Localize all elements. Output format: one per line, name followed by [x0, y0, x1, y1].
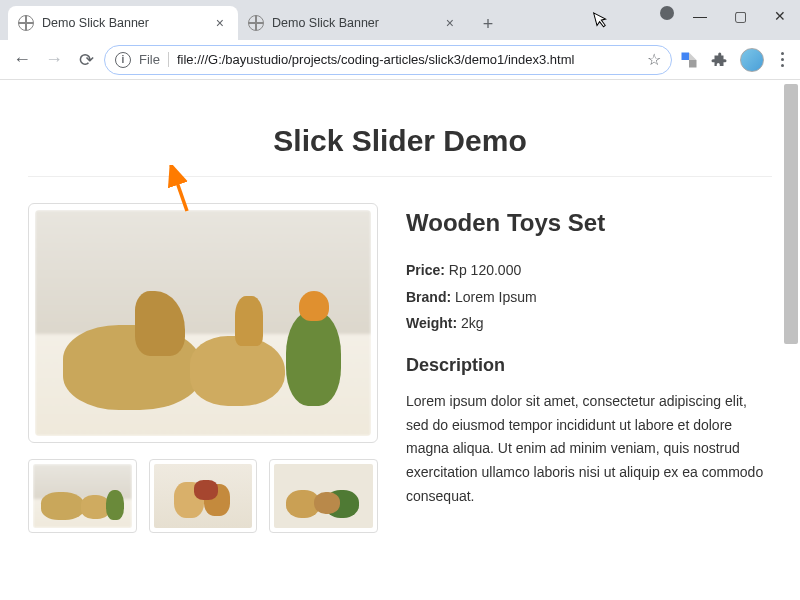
globe-icon	[18, 15, 34, 31]
profile-avatar[interactable]	[740, 48, 764, 72]
back-button[interactable]: ←	[8, 46, 36, 74]
vertical-scrollbar[interactable]	[784, 84, 798, 344]
page-viewport: Slick Slider Demo	[0, 80, 800, 600]
page-content: Slick Slider Demo	[0, 80, 800, 533]
main-product-image[interactable]	[28, 203, 378, 443]
minimize-button[interactable]: —	[680, 4, 720, 28]
svg-rect-1	[689, 60, 697, 68]
brand-label: Brand:	[406, 289, 451, 305]
browser-toolbar: ← → ⟳ i File file:///G:/bayustudio/proje…	[0, 40, 800, 80]
browser-tab-1[interactable]: Demo Slick Banner ×	[8, 6, 238, 40]
address-bar[interactable]: i File file:///G:/bayustudio/projects/co…	[104, 45, 672, 75]
weight-value: 2kg	[461, 315, 484, 331]
maximize-button[interactable]: ▢	[720, 4, 760, 28]
price-value: Rp 120.000	[449, 262, 521, 278]
url-text: file:///G:/bayustudio/projects/coding-ar…	[177, 52, 639, 67]
product-name: Wooden Toys Set	[406, 209, 772, 237]
url-scheme: File	[139, 52, 169, 67]
browser-tab-2[interactable]: Demo Slick Banner ×	[238, 6, 468, 40]
translate-extension-icon[interactable]	[676, 51, 702, 69]
bookmark-star-icon[interactable]: ☆	[647, 50, 661, 69]
weight-label: Weight:	[406, 315, 457, 331]
svg-rect-0	[682, 52, 690, 60]
thumbnail-2[interactable]	[149, 459, 258, 533]
product-details: Wooden Toys Set Price: Rp 120.000 Brand:…	[406, 203, 772, 533]
thumbnail-3[interactable]	[269, 459, 378, 533]
close-window-button[interactable]: ✕	[760, 4, 800, 28]
profile-indicator-icon[interactable]	[660, 6, 674, 20]
site-info-icon[interactable]: i	[115, 52, 131, 68]
description-body: Lorem ipsum dolor sit amet, consectetur …	[406, 390, 772, 509]
page-title: Slick Slider Demo	[28, 124, 772, 158]
new-tab-button[interactable]: +	[474, 10, 502, 38]
thumbnail-1[interactable]	[28, 459, 137, 533]
thumbnail-row	[28, 459, 378, 533]
tab-title: Demo Slick Banner	[42, 16, 204, 30]
close-tab-icon[interactable]: ×	[442, 15, 458, 31]
window-controls: — ▢ ✕	[660, 0, 800, 40]
price-label: Price:	[406, 262, 445, 278]
description-heading: Description	[406, 355, 772, 376]
globe-icon	[248, 15, 264, 31]
browser-menu-button[interactable]	[772, 52, 792, 67]
divider	[28, 176, 772, 177]
brand-value: Lorem Ipsum	[455, 289, 537, 305]
forward-button[interactable]: →	[40, 46, 68, 74]
window-titlebar: Demo Slick Banner × Demo Slick Banner × …	[0, 0, 800, 40]
extensions-icon[interactable]	[706, 51, 732, 69]
product-meta: Price: Rp 120.000 Brand: Lorem Ipsum Wei…	[406, 257, 772, 337]
product-section: Wooden Toys Set Price: Rp 120.000 Brand:…	[28, 203, 772, 533]
product-gallery	[28, 203, 378, 533]
reload-button[interactable]: ⟳	[72, 46, 100, 74]
close-tab-icon[interactable]: ×	[212, 15, 228, 31]
tab-title: Demo Slick Banner	[272, 16, 434, 30]
